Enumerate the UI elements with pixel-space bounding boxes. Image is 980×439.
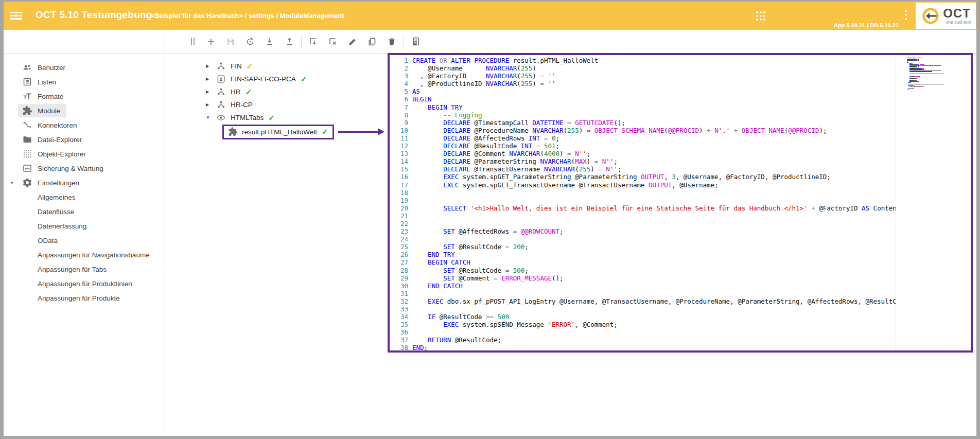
sidebar-item-sicherung-wartung[interactable]: Sicherung & Wartung: [4, 161, 164, 175]
code-line[interactable]: 32 EXEC dbo.sx_pf_pPOST_API_LogEntry @Us…: [390, 297, 896, 305]
code-line[interactable]: 24: [390, 235, 896, 243]
code-text: DECLARE @TimestampCall DATETIME = GETUTC…: [408, 119, 896, 127]
chevron-down-icon[interactable]: ▼: [10, 181, 18, 185]
code-line[interactable]: 6BEGIN: [390, 95, 896, 103]
delete-button[interactable]: [382, 33, 401, 50]
sidebar-item-anpassungen-f-r-produkte[interactable]: Anpassungen für Produkte: [4, 291, 164, 305]
code-line[interactable]: 27 BEGIN CATCH: [390, 258, 896, 266]
code-line[interactable]: 19: [390, 197, 896, 204]
sidebar-item-datenerfassung[interactable]: Datenerfassung: [4, 219, 164, 233]
code-line[interactable]: 21: [390, 212, 896, 220]
copy-script-button[interactable]: [406, 33, 426, 50]
code-line[interactable]: 11 DECLARE @AffectedRows INT = 0;: [390, 134, 896, 142]
code-text: SET @ResultCode = 200;: [408, 243, 896, 251]
code-line[interactable]: 20 SELECT '<h1>Hallo Welt, dies ist ein …: [390, 204, 896, 212]
code-text: DECLARE @ProcedureName NVARCHAR(255) = O…: [408, 127, 896, 134]
copy-button[interactable]: [362, 33, 382, 50]
code-line[interactable]: 12 DECLARE @ResultCode INT = 501;: [390, 142, 896, 150]
sql-code-editor[interactable]: 1CREATE OR ALTER PROCEDURE result.pHTML_…: [388, 53, 973, 353]
line-number: 35: [390, 321, 408, 328]
sidebar-item-anpassungen-f-r-navigationsb-ume[interactable]: Anpassungen für Navigationsbäume: [4, 248, 164, 262]
editor-minimap[interactable]: [907, 58, 944, 90]
code-line[interactable]: 26 END TRY: [390, 251, 896, 258]
line-number: 12: [390, 142, 408, 150]
edit-button[interactable]: [343, 33, 362, 50]
tree-item-hr[interactable]: ▶HR✓: [164, 85, 390, 98]
code-line[interactable]: 31: [390, 290, 896, 297]
drag-handle-icon[interactable]: [189, 38, 196, 45]
code-line[interactable]: 29 SET @Comment = ERROR_MESSAGE();: [390, 274, 896, 282]
apps-grid-icon[interactable]: [755, 10, 766, 24]
sidebar-item-datenfl-sse[interactable]: Datenflüsse: [4, 204, 164, 219]
restore-button[interactable]: [240, 33, 260, 50]
code-line[interactable]: 35 EXEC system.spSEND_Message 'ERROR', @…: [390, 321, 896, 328]
save-button[interactable]: [221, 33, 240, 50]
code-viewport[interactable]: 1CREATE OR ALTER PROCEDURE result.pHTML_…: [390, 57, 896, 352]
code-line[interactable]: 3 , @FactoryID NVARCHAR(255) = '': [390, 72, 896, 80]
code-line[interactable]: 4 , @ProductlineID NVARCHAR(255) = '': [390, 80, 896, 87]
sidebar-item-objekt-explorer[interactable]: Objekt-Explorer: [4, 147, 164, 161]
tree-item-htmltabs[interactable]: ▼HTMLTabs✓: [164, 111, 390, 124]
code-line[interactable]: 30 END CATCH: [390, 282, 896, 290]
code-line[interactable]: 34 IF @ResultCode >= 500: [390, 313, 896, 321]
code-line[interactable]: 22: [390, 220, 896, 227]
sidebar-item-label: Allgemeines: [38, 194, 76, 201]
sidebar-item-formate[interactable]: Formate: [4, 89, 164, 103]
sidebar-item-datei-explorer[interactable]: Datei-Explorer: [4, 132, 164, 147]
code-line[interactable]: 13 DECLARE @Comment NVARCHAR(4000) = N''…: [390, 150, 896, 157]
code-line[interactable]: 23 SET @AffectedRows = @@ROWCOUNT;: [390, 227, 896, 235]
code-line[interactable]: 8 -- Logging: [390, 111, 896, 119]
tree-item-fin-sap-fi-co-pca[interactable]: ▶FIN-SAP-FI-CO-PCA✓: [164, 73, 390, 85]
code-line[interactable]: 15 DECLARE @TransactUsername NVARCHAR(25…: [390, 165, 896, 173]
code-line[interactable]: 9 DECLARE @TimestampCall DATETIME = GETU…: [390, 119, 896, 127]
sidebar-item-anpassungen-f-r-tabs[interactable]: Anpassungen für Tabs: [4, 262, 164, 276]
sidebar-item-body: Anpassungen für Produkte: [18, 293, 126, 304]
code-line[interactable]: 14 DECLARE @ParameterString NVARCHAR(MAX…: [390, 157, 896, 165]
code-line[interactable]: 5AS: [390, 87, 896, 95]
code-line[interactable]: 10 DECLARE @ProcedureName NVARCHAR(255) …: [390, 127, 896, 134]
code-line[interactable]: 1CREATE OR ALTER PROCEDURE result.pHTML_…: [390, 57, 896, 64]
sidebar-item-body: Datei-Explorer: [18, 133, 88, 146]
grid-dots-icon: [22, 149, 32, 159]
chevron-right-icon[interactable]: ▶: [206, 64, 213, 68]
sidebar-item-einstellungen[interactable]: ▼Einstellungen: [4, 175, 164, 190]
line-number: 2: [390, 64, 408, 72]
code-text: SET @Comment = ERROR_MESSAGE();: [408, 274, 896, 282]
code-line[interactable]: 36: [390, 328, 896, 336]
chevron-down-icon[interactable]: ▼: [206, 115, 213, 120]
code-text: -- Logging: [408, 111, 896, 119]
sidebar-item-benutzer[interactable]: Benutzer: [4, 60, 164, 75]
discard-button[interactable]: [323, 33, 343, 50]
sidebar-item-body: Formate: [18, 90, 69, 103]
add-button[interactable]: [201, 33, 221, 50]
code-line[interactable]: 37 RETURN @ResultCode;: [390, 336, 896, 344]
sidebar-item-odata[interactable]: OData: [4, 233, 164, 248]
sidebar-item-allgemeines[interactable]: Allgemeines: [4, 190, 164, 204]
code-line[interactable]: 16 EXEC system.spGET_ParameterString @Pa…: [390, 173, 896, 181]
kebab-menu-icon[interactable]: [904, 9, 907, 23]
code-line[interactable]: 33: [390, 305, 896, 313]
code-line[interactable]: 17 EXEC system.spGET_TransactUsername @T…: [390, 181, 896, 189]
connector-icon: [22, 120, 32, 130]
hamburger-menu-icon[interactable]: [10, 10, 22, 21]
download-button[interactable]: [260, 33, 279, 50]
sidebar-item-listen[interactable]: Listen: [4, 75, 164, 89]
tree-item-hr-cp[interactable]: ▶HR-CP: [164, 98, 390, 111]
chevron-right-icon[interactable]: ▶: [206, 77, 213, 81]
import-button[interactable]: [304, 33, 323, 50]
code-line[interactable]: 38END;: [390, 344, 896, 352]
sidebar-item-module[interactable]: Module: [4, 103, 164, 118]
upload-button[interactable]: [279, 33, 299, 50]
tree-item-fin[interactable]: ▶FIN✓: [164, 60, 390, 73]
code-line[interactable]: 18: [390, 189, 896, 197]
code-line[interactable]: 2 @Username NVARCHAR(255): [390, 64, 896, 72]
code-line[interactable]: 28 SET @ResultCode = 500;: [390, 267, 896, 274]
chevron-right-icon[interactable]: ▶: [206, 102, 213, 107]
code-line[interactable]: 25 SET @ResultCode = 200;: [390, 243, 896, 251]
sidebar-item-anpassungen-f-r-produktlinien[interactable]: Anpassungen für Produktlinien: [4, 276, 164, 291]
sidebar-item-konnektoren[interactable]: Konnektoren: [4, 118, 164, 132]
hierarchy-icon: [216, 100, 226, 110]
code-line[interactable]: 7 BEGIN TRY: [390, 103, 896, 111]
line-number: 10: [390, 127, 408, 134]
chevron-right-icon[interactable]: ▶: [206, 90, 213, 94]
